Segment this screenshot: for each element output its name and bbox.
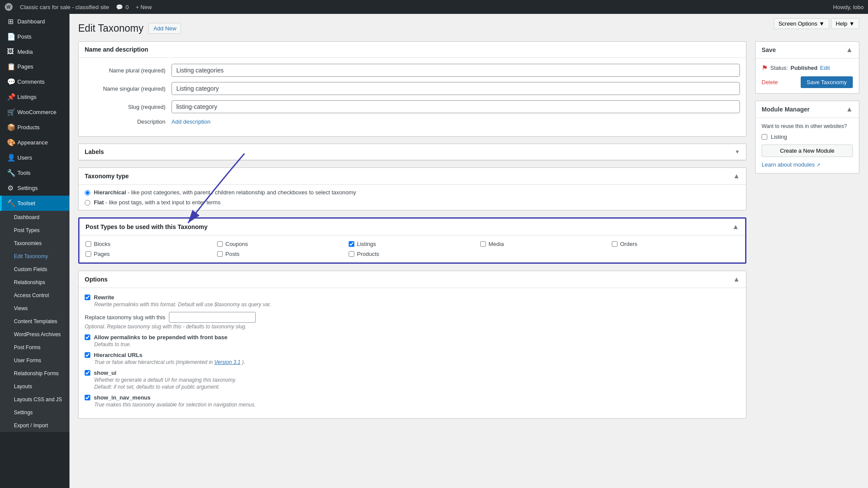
name-description-content: Name plural (required) Name singular (re… — [79, 58, 746, 136]
sidebar-item-tools[interactable]: 🔧 Tools — [0, 165, 69, 180]
sidebar-item-toolset[interactable]: 🔨 Toolset — [0, 196, 69, 211]
sidebar-item-label: Listings — [17, 94, 36, 100]
pt-coupons-checkbox[interactable] — [217, 241, 223, 247]
pt-media-label[interactable]: Media — [488, 241, 504, 247]
sidebar-item-layouts-css-js[interactable]: Layouts CSS and JS — [0, 393, 69, 406]
hierarchical-radio[interactable] — [85, 190, 90, 196]
show-ui-checkbox[interactable] — [85, 370, 90, 376]
version-link[interactable]: Version 3.1 — [215, 359, 241, 365]
slug-input[interactable] — [172, 100, 740, 113]
create-module-button[interactable]: Create a New Module — [762, 144, 853, 157]
flat-label[interactable]: Flat - like post tags, with a text input… — [94, 199, 221, 206]
module-listing-label[interactable]: Listing — [771, 134, 787, 140]
sidebar-item-ts-dashboard[interactable]: Dashboard — [0, 211, 69, 224]
option-show-in-nav: show_in_nav_menus True makes this taxono… — [85, 394, 740, 408]
sidebar-item-export-import[interactable]: Export / Import — [0, 419, 69, 432]
replace-slug-input[interactable] — [169, 312, 256, 323]
sidebar-item-products[interactable]: 📦 Products — [0, 120, 69, 135]
add-new-button[interactable]: Add New — [149, 23, 181, 34]
sidebar-item-relationships[interactable]: Relationships — [0, 276, 69, 289]
sidebar-item-woocommerce[interactable]: 🛒 WooCommerce — [0, 105, 69, 120]
sidebar-item-wordpress-archives[interactable]: WordPress Archives — [0, 328, 69, 341]
taxonomy-type-collapse-icon[interactable]: ▲ — [733, 172, 740, 180]
pt-coupons-label[interactable]: Coupons — [225, 241, 248, 247]
comments-icon[interactable]: 💬 0 — [116, 4, 129, 10]
pt-listings-label[interactable]: Listings — [357, 241, 376, 247]
sidebar-item-appearance[interactable]: 🎨 Appearance — [0, 135, 69, 150]
sidebar-item-dashboard[interactable]: ⊞ Dashboard — [0, 14, 69, 29]
rewrite-label[interactable]: Rewrite — [85, 294, 740, 301]
pt-orders-label[interactable]: Orders — [620, 241, 637, 247]
sidebar-item-views[interactable]: Views — [0, 302, 69, 315]
module-manager-collapse-icon[interactable]: ▲ — [846, 105, 853, 113]
edit-taxonomy-label: Edit Taxonomy — [14, 253, 48, 259]
pt-media-checkbox[interactable] — [480, 241, 486, 247]
pt-blocks-label[interactable]: Blocks — [94, 241, 110, 247]
rewrite-checkbox[interactable] — [85, 295, 90, 300]
add-description-link[interactable]: Add description — [172, 118, 211, 125]
module-listing-row: Listing — [762, 134, 853, 140]
delete-link[interactable]: Delete — [762, 79, 778, 85]
sidebar-item-taxonomies[interactable]: Taxonomies — [0, 237, 69, 250]
sidebar-item-media[interactable]: 🖼 Media — [0, 44, 69, 59]
post-type-blocks: Blocks — [86, 241, 213, 247]
site-name[interactable]: Classic cars for sale - classified site — [20, 4, 109, 10]
sidebar-item-pages[interactable]: 📋 Pages — [0, 59, 69, 74]
labels-collapse-icon[interactable]: ▼ — [735, 149, 740, 155]
name-plural-input[interactable] — [172, 64, 740, 77]
sidebar-item-user-forms[interactable]: User Forms — [0, 354, 69, 367]
allow-permalinks-checkbox[interactable] — [85, 334, 90, 340]
save-title: Save — [762, 46, 776, 53]
pt-listings-checkbox[interactable] — [349, 241, 354, 247]
hierarchical-urls-label[interactable]: Hierarchical URLs — [85, 352, 740, 358]
sidebar-item-ts-settings[interactable]: Settings — [0, 406, 69, 419]
save-collapse-icon[interactable]: ▲ — [846, 46, 853, 54]
sidebar-item-post-types[interactable]: Post Types — [0, 224, 69, 237]
sidebar-item-relationship-forms[interactable]: Relationship Forms — [0, 367, 69, 380]
pt-blocks-checkbox[interactable] — [86, 241, 91, 247]
sidebar-item-label: Products — [17, 124, 40, 131]
screen-options-button[interactable]: Screen Options ▼ — [774, 18, 829, 29]
name-description-title: Name and description — [85, 46, 148, 53]
new-content[interactable]: + New — [135, 4, 152, 10]
sidebar-item-posts[interactable]: 📄 Posts — [0, 29, 69, 44]
save-taxonomy-button[interactable]: Save Taxonomy — [801, 76, 853, 88]
help-button[interactable]: Help ▼ — [831, 18, 859, 29]
name-singular-input[interactable] — [172, 82, 740, 95]
show-in-nav-label[interactable]: show_in_nav_menus — [85, 394, 740, 401]
pt-products-label[interactable]: Products — [357, 251, 379, 257]
module-listing-checkbox[interactable] — [762, 134, 767, 140]
sidebar-item-settings[interactable]: ⚙ Settings — [0, 180, 69, 196]
pt-posts-label[interactable]: Posts — [225, 251, 240, 257]
options-collapse-icon[interactable]: ▲ — [733, 275, 740, 283]
learn-modules-link[interactable]: Learn about modules ↗ — [762, 161, 820, 168]
option-allow-permalinks: Allow permalinks to be prepended with fr… — [85, 334, 740, 347]
show-in-nav-checkbox[interactable] — [85, 395, 90, 400]
sidebar-item-users[interactable]: 👤 Users — [0, 150, 69, 165]
pt-pages-label[interactable]: Pages — [94, 251, 110, 257]
sidebar-item-edit-taxonomy[interactable]: Edit Taxonomy — [0, 250, 69, 263]
pt-pages-checkbox[interactable] — [86, 251, 91, 257]
hierarchical-label[interactable]: Hierarchical - like post categories, wit… — [94, 189, 356, 196]
sidebar-item-comments[interactable]: 💬 Comments — [0, 74, 69, 89]
pt-posts-checkbox[interactable] — [217, 251, 223, 257]
save-box-content: ⚑ Status: Published Edit Delete Save Tax… — [756, 59, 859, 93]
allow-permalinks-label[interactable]: Allow permalinks to be prepended with fr… — [85, 334, 740, 341]
show-ui-label[interactable]: show_ui — [85, 370, 740, 376]
sidebar-item-custom-fields[interactable]: Custom Fields — [0, 263, 69, 276]
sidebar-item-access-control[interactable]: Access Control — [0, 289, 69, 302]
sidebar-item-layouts[interactable]: Layouts — [0, 380, 69, 393]
pt-products-checkbox[interactable] — [349, 251, 354, 257]
wp-logo[interactable]: W — [4, 3, 13, 11]
status-edit-link[interactable]: Edit — [820, 65, 830, 71]
flat-radio[interactable] — [85, 200, 90, 206]
sidebar-item-label: WooCommerce — [17, 109, 56, 115]
sidebar-item-post-forms[interactable]: Post Forms — [0, 341, 69, 354]
hierarchical-urls-checkbox[interactable] — [85, 352, 90, 358]
taxonomy-type-content: Hierarchical - like post categories, wit… — [79, 185, 746, 210]
labels-header[interactable]: Labels ▼ — [79, 144, 746, 160]
pt-orders-checkbox[interactable] — [612, 241, 617, 247]
sidebar-item-listings[interactable]: 📌 Listings — [0, 89, 69, 105]
sidebar-item-content-templates[interactable]: Content Templates — [0, 315, 69, 328]
post-types-collapse-icon[interactable]: ▲ — [732, 223, 739, 231]
